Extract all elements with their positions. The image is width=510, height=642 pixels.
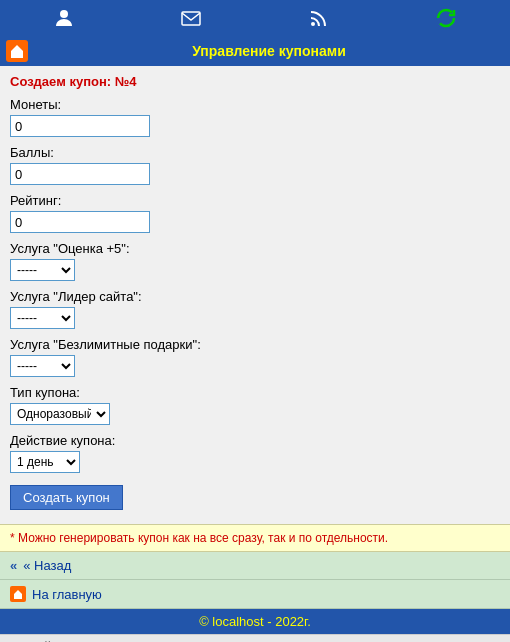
mail-nav-icon[interactable] [176, 4, 206, 32]
nav-links: « « Назад На главную [0, 552, 510, 609]
top-nav [0, 0, 510, 36]
home-link-icon [10, 586, 26, 602]
service3-select[interactable]: ----- Да Нет [10, 355, 75, 377]
back-link[interactable]: « « Назад [0, 552, 510, 580]
rating-input[interactable] [10, 211, 150, 233]
coins-input[interactable] [10, 115, 150, 137]
coins-group: Монеты: [10, 97, 500, 137]
service2-select[interactable]: ----- Да Нет [10, 307, 75, 329]
svg-point-0 [60, 10, 68, 18]
rating-group: Рейтинг: [10, 193, 500, 233]
points-input[interactable] [10, 163, 150, 185]
svg-point-2 [311, 22, 315, 26]
footer-bar: © localhost - 2022г. [0, 609, 510, 634]
home-label: На главную [32, 587, 102, 602]
info-text: * Можно генерировать купон как на все ср… [10, 531, 500, 545]
coupon-duration-label: Действие купона: [10, 433, 500, 448]
header-home-icon[interactable] [6, 40, 28, 62]
create-coupon-button[interactable]: Создать купон [10, 485, 123, 510]
footer-text: © localhost - 2022г. [199, 614, 311, 629]
coupon-number: №4 [115, 74, 137, 89]
coupon-type-select[interactable]: Одноразовый Многоразовый [10, 403, 110, 425]
info-section: * Можно генерировать купон как на все ср… [0, 524, 510, 552]
header-bar: Управление купонами [0, 36, 510, 66]
refresh-nav-icon[interactable] [431, 4, 461, 32]
service3-group: Услуга "Безлимитные подарки": ----- Да Н… [10, 337, 500, 377]
user-nav-icon[interactable] [49, 4, 79, 32]
main-content: Создаем купон: №4 Монеты: Баллы: Рейтинг… [0, 66, 510, 524]
coupon-title-group: Создаем купон: №4 [10, 74, 500, 89]
coupon-type-group: Тип купона: Одноразовый Многоразовый [10, 385, 500, 425]
back-label: « Назад [23, 558, 71, 573]
service3-label: Услуга "Безлимитные подарки": [10, 337, 500, 352]
bottom-status: На сайте: 1 & 0 [0, 634, 510, 642]
service1-label: Услуга "Оценка +5": [10, 241, 500, 256]
back-icon: « [10, 558, 17, 573]
rss-nav-icon[interactable] [304, 4, 334, 32]
points-label: Баллы: [10, 145, 500, 160]
rating-label: Рейтинг: [10, 193, 500, 208]
service1-group: Услуга "Оценка +5": ----- Да Нет [10, 241, 500, 281]
coupon-type-label: Тип купона: [10, 385, 500, 400]
coupon-title: Создаем купон: №4 [10, 74, 500, 89]
service2-group: Услуга "Лидер сайта": ----- Да Нет [10, 289, 500, 329]
coupon-duration-select[interactable]: 1 день 3 дня 7 дней 30 дней [10, 451, 80, 473]
svg-rect-1 [182, 12, 200, 25]
coupon-duration-group: Действие купона: 1 день 3 дня 7 дней 30 … [10, 433, 500, 473]
page-title: Управление купонами [34, 43, 504, 59]
coins-label: Монеты: [10, 97, 500, 112]
service1-select[interactable]: ----- Да Нет [10, 259, 75, 281]
home-link[interactable]: На главную [0, 580, 510, 609]
points-group: Баллы: [10, 145, 500, 185]
service2-label: Услуга "Лидер сайта": [10, 289, 500, 304]
